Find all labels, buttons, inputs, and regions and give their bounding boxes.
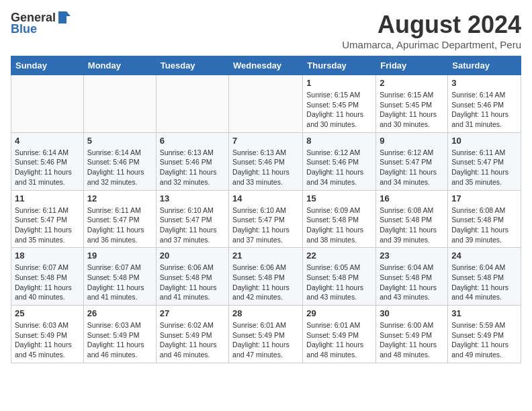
- calendar-cell: 20Sunrise: 6:06 AM Sunset: 5:48 PM Dayli…: [156, 248, 228, 306]
- page-header: General Blue August 2024 Umamarca, Apuri…: [11, 11, 521, 50]
- calendar-cell: 16Sunrise: 6:08 AM Sunset: 5:48 PM Dayli…: [376, 190, 448, 248]
- day-detail: Sunrise: 6:01 AM Sunset: 5:49 PM Dayligh…: [232, 320, 299, 360]
- calendar-cell: 18Sunrise: 6:07 AM Sunset: 5:48 PM Dayli…: [11, 248, 84, 306]
- calendar-cell: 14Sunrise: 6:10 AM Sunset: 5:47 PM Dayli…: [229, 190, 303, 248]
- day-number: 16: [380, 193, 444, 203]
- calendar-cell: 21Sunrise: 6:06 AM Sunset: 5:48 PM Dayli…: [229, 248, 303, 306]
- calendar-week-4: 18Sunrise: 6:07 AM Sunset: 5:48 PM Dayli…: [11, 248, 521, 306]
- day-number: 8: [306, 136, 372, 146]
- weekday-header-tuesday: Tuesday: [156, 56, 228, 75]
- day-detail: Sunrise: 5:59 AM Sunset: 5:49 PM Dayligh…: [451, 320, 517, 360]
- day-detail: Sunrise: 6:13 AM Sunset: 5:46 PM Dayligh…: [232, 148, 299, 187]
- day-detail: Sunrise: 6:06 AM Sunset: 5:48 PM Dayligh…: [232, 263, 299, 302]
- calendar-cell: 29Sunrise: 6:01 AM Sunset: 5:49 PM Dayli…: [303, 306, 376, 363]
- logo-icon: [57, 10, 72, 25]
- calendar-week-2: 4Sunrise: 6:14 AM Sunset: 5:46 PM Daylig…: [11, 132, 521, 190]
- day-number: 22: [306, 250, 372, 261]
- calendar-cell: 13Sunrise: 6:10 AM Sunset: 5:47 PM Dayli…: [156, 190, 228, 248]
- day-number: 1: [306, 78, 372, 88]
- day-detail: Sunrise: 6:07 AM Sunset: 5:48 PM Dayligh…: [15, 263, 80, 302]
- weekday-header-thursday: Thursday: [303, 56, 376, 75]
- calendar-week-1: 1Sunrise: 6:15 AM Sunset: 5:45 PM Daylig…: [11, 75, 521, 133]
- day-number: 30: [380, 308, 444, 318]
- day-detail: Sunrise: 6:06 AM Sunset: 5:48 PM Dayligh…: [160, 263, 225, 302]
- day-detail: Sunrise: 6:15 AM Sunset: 5:45 PM Dayligh…: [306, 90, 372, 130]
- day-number: 27: [160, 308, 225, 318]
- day-number: 2: [380, 78, 444, 88]
- day-number: 3: [451, 78, 517, 88]
- calendar-cell: 30Sunrise: 6:00 AM Sunset: 5:49 PM Dayli…: [376, 306, 448, 363]
- day-detail: Sunrise: 6:10 AM Sunset: 5:47 PM Dayligh…: [160, 205, 225, 245]
- day-number: 11: [15, 193, 80, 203]
- logo: General Blue: [11, 11, 72, 36]
- day-number: 5: [87, 136, 152, 146]
- calendar-cell: 12Sunrise: 6:11 AM Sunset: 5:47 PM Dayli…: [83, 190, 156, 248]
- calendar-cell: 23Sunrise: 6:04 AM Sunset: 5:48 PM Dayli…: [376, 248, 448, 306]
- calendar-cell: [83, 75, 156, 133]
- calendar-cell: 19Sunrise: 6:07 AM Sunset: 5:48 PM Dayli…: [83, 248, 156, 306]
- calendar-cell: 9Sunrise: 6:12 AM Sunset: 5:47 PM Daylig…: [376, 132, 448, 190]
- calendar-week-5: 25Sunrise: 6:03 AM Sunset: 5:49 PM Dayli…: [11, 306, 521, 363]
- day-detail: Sunrise: 6:03 AM Sunset: 5:49 PM Dayligh…: [15, 320, 80, 360]
- day-number: 26: [87, 308, 152, 318]
- day-detail: Sunrise: 6:14 AM Sunset: 5:46 PM Dayligh…: [451, 90, 517, 130]
- day-detail: Sunrise: 6:11 AM Sunset: 5:47 PM Dayligh…: [15, 205, 80, 245]
- day-number: 28: [232, 308, 299, 318]
- day-number: 6: [160, 136, 225, 146]
- calendar-cell: 11Sunrise: 6:11 AM Sunset: 5:47 PM Dayli…: [11, 190, 84, 248]
- day-detail: Sunrise: 6:04 AM Sunset: 5:48 PM Dayligh…: [451, 263, 517, 302]
- day-number: 4: [15, 136, 80, 146]
- calendar-cell: 27Sunrise: 6:02 AM Sunset: 5:49 PM Dayli…: [156, 306, 228, 363]
- calendar-week-3: 11Sunrise: 6:11 AM Sunset: 5:47 PM Dayli…: [11, 190, 521, 248]
- calendar-cell: 25Sunrise: 6:03 AM Sunset: 5:49 PM Dayli…: [11, 306, 84, 363]
- weekday-header-monday: Monday: [83, 56, 156, 75]
- weekday-header-friday: Friday: [376, 56, 448, 75]
- svg-marker-0: [58, 11, 71, 24]
- calendar-cell: 17Sunrise: 6:08 AM Sunset: 5:48 PM Dayli…: [448, 190, 521, 248]
- calendar-cell: [156, 75, 228, 133]
- month-title: August 2024: [342, 11, 521, 39]
- day-number: 25: [15, 308, 80, 318]
- day-number: 24: [451, 250, 517, 261]
- title-block: August 2024 Umamarca, Apurimac Departmen…: [342, 11, 521, 50]
- calendar-cell: 24Sunrise: 6:04 AM Sunset: 5:48 PM Dayli…: [448, 248, 521, 306]
- day-detail: Sunrise: 6:02 AM Sunset: 5:49 PM Dayligh…: [160, 320, 225, 360]
- calendar-cell: 31Sunrise: 5:59 AM Sunset: 5:49 PM Dayli…: [448, 306, 521, 363]
- calendar-cell: [229, 75, 303, 133]
- day-detail: Sunrise: 6:05 AM Sunset: 5:48 PM Dayligh…: [306, 263, 372, 302]
- day-detail: Sunrise: 6:14 AM Sunset: 5:46 PM Dayligh…: [15, 148, 80, 187]
- calendar-cell: 1Sunrise: 6:15 AM Sunset: 5:45 PM Daylig…: [303, 75, 376, 133]
- day-detail: Sunrise: 6:11 AM Sunset: 5:47 PM Dayligh…: [451, 148, 517, 187]
- day-detail: Sunrise: 6:00 AM Sunset: 5:49 PM Dayligh…: [380, 320, 444, 360]
- day-detail: Sunrise: 6:14 AM Sunset: 5:46 PM Dayligh…: [87, 148, 152, 187]
- day-detail: Sunrise: 6:12 AM Sunset: 5:46 PM Dayligh…: [306, 148, 372, 187]
- calendar-cell: 28Sunrise: 6:01 AM Sunset: 5:49 PM Dayli…: [229, 306, 303, 363]
- day-detail: Sunrise: 6:03 AM Sunset: 5:49 PM Dayligh…: [87, 320, 152, 360]
- day-detail: Sunrise: 6:04 AM Sunset: 5:48 PM Dayligh…: [380, 263, 444, 302]
- calendar-table: SundayMondayTuesdayWednesdayThursdayFrid…: [11, 56, 521, 363]
- day-number: 18: [15, 250, 80, 261]
- day-number: 31: [451, 308, 517, 318]
- logo-blue-text: Blue: [11, 22, 37, 36]
- day-number: 13: [160, 193, 225, 203]
- day-number: 29: [306, 308, 372, 318]
- day-number: 14: [232, 193, 299, 203]
- day-number: 15: [306, 193, 372, 203]
- calendar-cell: 26Sunrise: 6:03 AM Sunset: 5:49 PM Dayli…: [83, 306, 156, 363]
- day-detail: Sunrise: 6:10 AM Sunset: 5:47 PM Dayligh…: [232, 205, 299, 245]
- calendar-cell: 22Sunrise: 6:05 AM Sunset: 5:48 PM Dayli…: [303, 248, 376, 306]
- weekday-header-sunday: Sunday: [11, 56, 84, 75]
- day-number: 12: [87, 193, 152, 203]
- day-detail: Sunrise: 6:13 AM Sunset: 5:46 PM Dayligh…: [160, 148, 225, 187]
- calendar-cell: 2Sunrise: 6:15 AM Sunset: 5:45 PM Daylig…: [376, 75, 448, 133]
- calendar-cell: [11, 75, 84, 133]
- calendar-cell: 4Sunrise: 6:14 AM Sunset: 5:46 PM Daylig…: [11, 132, 84, 190]
- location-subtitle: Umamarca, Apurimac Department, Peru: [342, 39, 521, 50]
- day-number: 10: [451, 136, 517, 146]
- day-detail: Sunrise: 6:11 AM Sunset: 5:47 PM Dayligh…: [87, 205, 152, 245]
- day-number: 20: [160, 250, 225, 261]
- day-detail: Sunrise: 6:09 AM Sunset: 5:48 PM Dayligh…: [306, 205, 372, 245]
- calendar-cell: 5Sunrise: 6:14 AM Sunset: 5:46 PM Daylig…: [83, 132, 156, 190]
- calendar-cell: 15Sunrise: 6:09 AM Sunset: 5:48 PM Dayli…: [303, 190, 376, 248]
- calendar-cell: 7Sunrise: 6:13 AM Sunset: 5:46 PM Daylig…: [229, 132, 303, 190]
